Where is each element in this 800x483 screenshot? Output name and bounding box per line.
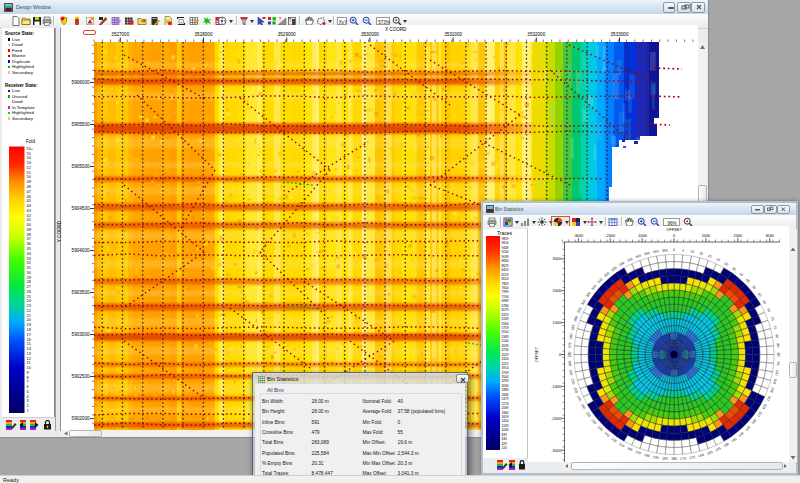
svg-text:5554: 5554	[502, 330, 509, 334]
svg-text:5349: 5349	[502, 335, 509, 339]
svg-text:634: 634	[502, 437, 508, 441]
svg-text:5903000: 5903000	[72, 332, 90, 337]
svg-text:0: 0	[673, 248, 675, 252]
svg-text:5904500: 5904500	[72, 206, 90, 211]
svg-text:8834: 8834	[502, 259, 509, 263]
svg-text:5905000: 5905000	[72, 164, 90, 169]
svg-text:295: 295	[576, 307, 582, 314]
svg-text:9654: 9654	[502, 241, 509, 245]
svg-text:-2000: -2000	[551, 417, 561, 421]
svg-text:96%: 96%	[667, 220, 676, 225]
svg-text:2000: 2000	[734, 234, 742, 238]
svg-text:3529000: 3529000	[278, 32, 296, 37]
svg-text:120: 120	[761, 403, 767, 410]
svg-text:70: 70	[770, 316, 775, 321]
svg-text:5: 5	[682, 248, 684, 252]
svg-text:1000: 1000	[553, 321, 561, 325]
svg-text:65: 65	[766, 308, 771, 313]
svg-text:230: 230	[591, 418, 598, 425]
svg-text:-2000: -2000	[605, 234, 615, 238]
svg-text:-3000: -3000	[551, 449, 561, 453]
svg-text:20: 20	[707, 254, 712, 259]
svg-text:4529: 4529	[502, 353, 509, 357]
svg-text:1: 1	[27, 408, 29, 413]
svg-text:275: 275	[568, 342, 572, 348]
svg-text:50: 50	[751, 285, 757, 291]
svg-text:1000: 1000	[702, 234, 710, 238]
svg-text:160: 160	[706, 450, 713, 456]
svg-text:100: 100	[774, 369, 779, 375]
svg-text:4119: 4119	[502, 362, 509, 366]
svg-text:195: 195	[644, 453, 651, 458]
svg-text:30: 30	[724, 261, 729, 266]
svg-text:9244: 9244	[502, 250, 509, 254]
svg-text:350: 350	[653, 249, 659, 254]
svg-text:155: 155	[715, 446, 722, 452]
svg-text:4939: 4939	[502, 344, 509, 348]
svg-text:185: 185	[662, 456, 668, 460]
svg-text:3709: 3709	[502, 371, 509, 375]
svg-text:3531000: 3531000	[444, 32, 462, 37]
svg-text:200: 200	[635, 450, 642, 456]
svg-text:235: 235	[585, 411, 592, 418]
svg-text:6169: 6169	[502, 317, 509, 321]
svg-text:150: 150	[723, 442, 730, 448]
svg-text:6579: 6579	[502, 308, 509, 312]
svg-text:5144: 5144	[502, 339, 509, 343]
svg-text:3532000: 3532000	[527, 32, 545, 37]
svg-text:340: 340	[635, 254, 642, 260]
svg-text:-1000: -1000	[637, 234, 647, 238]
svg-text:-1000: -1000	[551, 385, 561, 389]
svg-text:90: 90	[776, 353, 780, 357]
svg-text:210: 210	[618, 442, 625, 448]
svg-text:2069: 2069	[502, 406, 509, 410]
svg-text:4734: 4734	[502, 348, 509, 352]
svg-text:255: 255	[570, 378, 575, 385]
svg-text:3528000: 3528000	[195, 32, 213, 37]
svg-text:OFFSET: OFFSET	[535, 346, 539, 362]
svg-text:330: 330	[618, 261, 625, 267]
svg-text:2274: 2274	[502, 402, 509, 406]
svg-text:3094: 3094	[502, 384, 509, 388]
svg-text:240: 240	[580, 403, 586, 410]
svg-text:5903500: 5903500	[72, 290, 90, 295]
svg-text:80: 80	[775, 334, 780, 339]
svg-text:225: 225	[597, 425, 604, 432]
svg-text:10: 10	[690, 249, 695, 254]
svg-text:305: 305	[585, 291, 592, 298]
svg-text:7809: 7809	[502, 282, 509, 286]
svg-text:839: 839	[502, 433, 508, 437]
svg-text:1249: 1249	[502, 424, 509, 428]
svg-text:320: 320	[603, 271, 610, 278]
svg-text:1044: 1044	[502, 428, 509, 432]
svg-text:310: 310	[591, 284, 598, 291]
svg-text:205: 205	[626, 446, 633, 452]
svg-text:3914: 3914	[502, 366, 509, 370]
svg-text:7194: 7194	[502, 295, 509, 299]
svg-text:85: 85	[776, 343, 780, 347]
svg-text:145: 145	[731, 437, 738, 444]
svg-text:260: 260	[569, 369, 574, 375]
svg-text:6989: 6989	[502, 299, 509, 303]
svg-text:429: 429	[502, 442, 508, 446]
svg-text:2684: 2684	[502, 393, 509, 397]
svg-text:35: 35	[731, 266, 736, 272]
svg-text:3299: 3299	[502, 379, 509, 383]
svg-text:280: 280	[569, 333, 574, 339]
svg-text:224: 224	[502, 446, 508, 450]
svg-text:245: 245	[576, 395, 582, 402]
svg-text:325: 325	[611, 266, 618, 273]
svg-text:1659: 1659	[502, 415, 509, 419]
svg-text:-3000: -3000	[573, 234, 583, 238]
svg-text:2479: 2479	[502, 397, 509, 401]
svg-text:5759: 5759	[502, 326, 509, 330]
svg-text:40: 40	[738, 272, 744, 278]
svg-text:75: 75	[772, 325, 777, 330]
svg-text:2889: 2889	[502, 388, 509, 392]
svg-text:8424: 8424	[502, 268, 509, 272]
svg-text:190: 190	[653, 455, 659, 460]
svg-text:55: 55	[757, 292, 763, 297]
svg-text:XvY: XvY	[339, 19, 347, 24]
svg-text:573%: 573%	[378, 19, 390, 24]
svg-text:5902000: 5902000	[72, 416, 90, 421]
